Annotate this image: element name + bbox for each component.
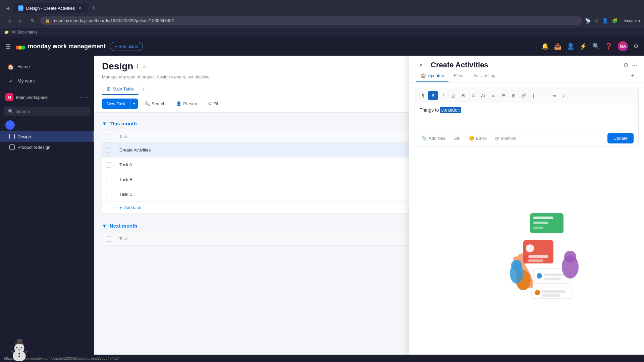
toolbar-text-color-button[interactable]: A: [469, 91, 478, 100]
search-button[interactable]: 🔍 Search: [141, 99, 169, 109]
refresh-button[interactable]: ↻: [28, 16, 38, 25]
person-button[interactable]: 👤 Person: [172, 99, 201, 109]
help-icon[interactable]: ❓: [605, 43, 612, 50]
workspace-header[interactable]: M Main workspace ⌄ ⋯: [0, 90, 94, 104]
toolbar-paragraph-button[interactable]: ¶: [418, 91, 428, 100]
new-tab-button[interactable]: +: [89, 3, 98, 13]
panel-settings-icon[interactable]: ⚙: [623, 61, 629, 69]
search-toolbar-icon: 🔍: [145, 101, 150, 106]
sidebar-item-my-work[interactable]: ✓ My work: [2, 74, 92, 87]
updates-tab-label: Updates: [428, 73, 444, 78]
profile-icon[interactable]: 👤: [602, 18, 608, 24]
board-title: Design: [102, 61, 133, 72]
person-label: Person: [183, 101, 197, 106]
bookmark-star-icon[interactable]: ☆: [594, 17, 599, 24]
mention-button[interactable]: @ Mention: [493, 134, 518, 142]
add-tab-button[interactable]: +: [139, 84, 149, 94]
inbox-icon[interactable]: 📥: [554, 43, 561, 50]
top-nav: ⊞ monday work management + See plans 🔔 📥…: [0, 37, 644, 56]
row-checkbox[interactable]: [106, 147, 111, 153]
toolbar-align-button[interactable]: ≡: [489, 91, 498, 100]
toolbar-divider-button[interactable]: |: [529, 91, 538, 100]
emoji-button[interactable]: 😊 Emoji: [467, 134, 489, 142]
sidebar: 🏠 Home ✓ My work M Main workspace ⌄ ⋯ 🔍 …: [0, 56, 94, 355]
toolbar-hr-button[interactable]: ─: [539, 91, 548, 100]
panel-top-row: ✕ Create Activities ⚙ ⋯: [409, 56, 644, 70]
row-checkbox[interactable]: [106, 177, 111, 182]
update-button[interactable]: Update: [607, 133, 634, 143]
apps-grid-icon[interactable]: ⊞: [5, 42, 11, 50]
search-icon[interactable]: 🔍: [592, 43, 600, 50]
new-task-dropdown-button[interactable]: ▾: [130, 99, 138, 109]
row-checkbox[interactable]: [106, 192, 111, 197]
toolbar-indent-button[interactable]: ⇥: [549, 91, 558, 100]
new-task-button[interactable]: New Task: [102, 99, 130, 109]
header-checkbox[interactable]: [106, 236, 111, 242]
toolbar-list-button[interactable]: ☰: [499, 91, 508, 100]
sidebar-item-design[interactable]: Design: [0, 131, 94, 142]
svg-rect-14: [528, 255, 548, 258]
sidebar-item-product-redesign[interactable]: Product redesign: [0, 142, 94, 153]
row-checkbox[interactable]: [106, 162, 111, 168]
toolbar-bold-button[interactable]: B: [428, 91, 438, 100]
header-checkbox[interactable]: [106, 134, 111, 139]
back-button[interactable]: ◀: [4, 16, 13, 25]
bookmarks-label[interactable]: All Bookmarks: [12, 30, 38, 35]
tab-bar: ◀ M Design - Create Activities ✕ +: [0, 0, 644, 13]
workspace-chevron-icon[interactable]: ⌄: [79, 95, 83, 100]
home-icon: 🏠: [7, 63, 14, 70]
toolbar-check-button[interactable]: ✓: [559, 91, 569, 100]
browser-nav: ◀ ▶ ↻ 🔒 moodjoy.monday.com/boards/183042…: [0, 13, 644, 28]
toolbar-italic-button[interactable]: I: [438, 91, 448, 100]
new-task-label: New Task: [107, 101, 125, 106]
address-bar[interactable]: 🔒 moodjoy.monday.com/boards/1830420525/p…: [40, 16, 582, 25]
toolbar-font-size-button[interactable]: A↑: [479, 91, 488, 100]
panel-more-icon[interactable]: ⋯: [631, 61, 637, 69]
group-collapse-icon: ▼: [102, 121, 107, 126]
incognito-label: Incognito: [624, 18, 640, 23]
sidebar-search[interactable]: 🔍 Search: [4, 107, 90, 116]
snowman-decoration: ⛄: [0, 322, 94, 355]
detail-panel: ✕ Create Activities ⚙ ⋯ 🏠 Updates Files: [409, 56, 644, 355]
add-board-button[interactable]: +: [5, 120, 15, 130]
filter-label: Fil...: [214, 101, 222, 106]
tab-close-button[interactable]: ✕: [77, 5, 83, 11]
logo-text: monday work management: [28, 43, 106, 50]
back-icon[interactable]: ◀: [3, 3, 12, 13]
panel-add-tab-button[interactable]: +: [628, 71, 637, 81]
svg-point-13: [526, 244, 534, 252]
gif-button[interactable]: GIF: [451, 134, 463, 142]
toolbar-table-button[interactable]: ⊞: [509, 91, 518, 100]
nav-actions: 📡 ☆ 👤 🧩 Incognito: [585, 17, 640, 24]
toolbar-strikethrough-button[interactable]: S: [459, 91, 468, 100]
toolbar-link-button[interactable]: 🔗: [519, 91, 528, 100]
notifications-icon[interactable]: 🔔: [541, 43, 549, 50]
workspace-more-icon[interactable]: ⋯: [84, 95, 89, 100]
extensions-icon[interactable]: 🧩: [612, 18, 618, 23]
gif-icon: GIF: [453, 136, 461, 141]
filter-button[interactable]: ⚙ Fil...: [204, 99, 226, 109]
cast-icon[interactable]: 📡: [585, 18, 591, 23]
forward-button[interactable]: ▶: [16, 16, 25, 25]
board-star-icon[interactable]: ☆: [142, 63, 147, 70]
header-checkbox-cell: [102, 134, 115, 139]
tab-main-table[interactable]: ⊞ Main Table: [102, 83, 139, 95]
user-avatar[interactable]: MA: [618, 41, 628, 51]
see-plans-button[interactable]: + See plans: [110, 42, 143, 51]
home-label: Home: [17, 64, 30, 69]
board-info-icon[interactable]: ℹ: [137, 63, 139, 70]
invite-icon[interactable]: 👤: [567, 43, 574, 50]
editor-content[interactable]: Things to consider:: [415, 103, 638, 130]
integrations-icon[interactable]: ⚡: [580, 43, 587, 50]
panel-close-button[interactable]: ✕: [416, 60, 425, 70]
panel-tab-updates[interactable]: 🏠 Updates: [416, 70, 448, 82]
panel-tab-files[interactable]: Files: [449, 70, 468, 82]
sidebar-item-home[interactable]: 🏠 Home: [2, 60, 92, 73]
panel-tab-activity-log[interactable]: Activity Log: [469, 70, 500, 82]
files-tab-label: Files: [454, 73, 463, 78]
active-tab[interactable]: M Design - Create Activities ✕: [13, 3, 88, 13]
settings-icon[interactable]: ⚙: [633, 43, 639, 50]
add-files-button[interactable]: 📎 Add files: [420, 134, 447, 142]
toolbar-underline-button[interactable]: U: [448, 91, 458, 100]
tab-label: Design - Create Activities: [26, 6, 75, 11]
